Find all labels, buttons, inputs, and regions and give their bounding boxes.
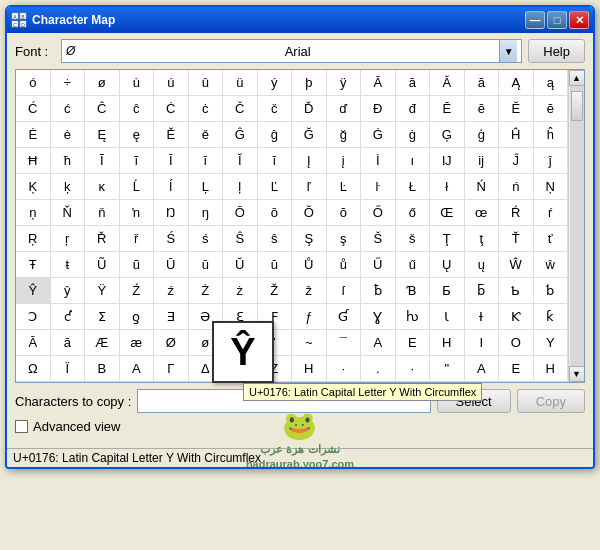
scroll-track[interactable] [570, 86, 584, 366]
char-cell[interactable]: Ď [292, 96, 327, 122]
scrollbar[interactable]: ▲ ▼ [568, 70, 584, 382]
char-cell[interactable]: Ž [258, 278, 293, 304]
char-cell[interactable]: Ŷ [16, 278, 51, 304]
char-cell[interactable]: ľ [292, 174, 327, 200]
char-cell[interactable]: Ę [85, 122, 120, 148]
char-cell[interactable]: ƒ [292, 304, 327, 330]
char-cell[interactable]: Ƅ [499, 278, 534, 304]
char-cell[interactable]: ā [51, 330, 86, 356]
char-cell[interactable]: Đ [361, 96, 396, 122]
char-cell[interactable]: ĭ [258, 148, 293, 174]
font-dropdown-arrow[interactable]: ▼ [499, 40, 517, 62]
char-cell[interactable]: ķ [51, 174, 86, 200]
char-cell[interactable]: ň [85, 200, 120, 226]
char-cell[interactable]: Ģ [430, 122, 465, 148]
char-cell[interactable]: Ű [361, 252, 396, 278]
char-cell[interactable]: Ī [154, 148, 189, 174]
char-cell[interactable]: Ŭ [223, 252, 258, 278]
char-cell[interactable]: Ļ [189, 174, 224, 200]
char-cell[interactable]: ſ [327, 278, 362, 304]
char-cell[interactable]: ħ [51, 148, 86, 174]
minimize-button[interactable]: — [525, 11, 545, 29]
char-cell[interactable]: ě [189, 122, 224, 148]
char-cell[interactable]: ũ [120, 252, 155, 278]
char-cell[interactable]: Ĭ [223, 148, 258, 174]
close-button[interactable]: ✕ [569, 11, 589, 29]
char-cell[interactable]: į [327, 148, 362, 174]
char-cell[interactable]: Ğ [292, 122, 327, 148]
char-cell[interactable]: ĝ [258, 122, 293, 148]
char-cell[interactable]: ō [258, 200, 293, 226]
char-cell[interactable]: ď [327, 96, 362, 122]
char-cell[interactable]: ÷ [51, 70, 86, 96]
char-cell[interactable]: Ā [361, 70, 396, 96]
char-cell[interactable]: Ő [361, 200, 396, 226]
char-cell[interactable]: Ĩ [85, 148, 120, 174]
char-cell[interactable]: ƅ [534, 278, 569, 304]
char-cell[interactable]: Ɠ [327, 304, 362, 330]
char-cell[interactable]: Ĝ [223, 122, 258, 148]
char-cell[interactable]: A [361, 330, 396, 356]
char-cell[interactable]: ~ [292, 330, 327, 356]
char-cell[interactable]: œ [465, 200, 500, 226]
char-cell[interactable]: ą [534, 70, 569, 96]
char-cell[interactable]: ŝ [258, 226, 293, 252]
char-cell[interactable]: Ň [51, 200, 86, 226]
char-cell[interactable]: ĺ [154, 174, 189, 200]
char-cell[interactable]: Ŧ [16, 252, 51, 278]
char-cell[interactable]: ó [16, 70, 51, 96]
char-cell[interactable]: " [430, 356, 465, 382]
char-cell[interactable]: ž [292, 278, 327, 304]
char-cell[interactable]: Γ [154, 356, 189, 382]
char-cell[interactable]: ĉ [120, 96, 155, 122]
help-button[interactable]: Help [528, 39, 585, 63]
char-cell[interactable]: Ɨ [465, 304, 500, 330]
char-cell[interactable]: ź [154, 278, 189, 304]
char-cell[interactable]: ĳ [465, 148, 500, 174]
char-cell[interactable]: Ŏ [292, 200, 327, 226]
char-cell[interactable]: ÿ [327, 70, 362, 96]
char-cell[interactable]: ù [120, 70, 155, 96]
char-cell[interactable]: Ƙ [499, 304, 534, 330]
char-cell[interactable]: ę [120, 122, 155, 148]
char-cell[interactable]: A [465, 356, 500, 382]
char-cell[interactable]: Ŀ [327, 174, 362, 200]
maximize-button[interactable]: □ [547, 11, 567, 29]
char-cell[interactable]: Ŝ [223, 226, 258, 252]
char-cell[interactable]: ń [499, 174, 534, 200]
char-cell[interactable]: Ũ [85, 252, 120, 278]
char-cell[interactable]: Ǝ [154, 304, 189, 330]
char-cell[interactable]: ċ [189, 96, 224, 122]
scroll-down-arrow[interactable]: ▼ [569, 366, 585, 382]
char-cell[interactable]: Ŗ [16, 226, 51, 252]
char-cell[interactable]: ć [51, 96, 86, 122]
char-cell[interactable]: ŗ [51, 226, 86, 252]
char-cell[interactable]: ĸ [85, 174, 120, 200]
char-cell[interactable]: Ş [292, 226, 327, 252]
char-cell[interactable]: ē [465, 96, 500, 122]
char-cell[interactable]: · [327, 356, 362, 382]
char-cell[interactable]: Ɓ [396, 278, 431, 304]
char-cell[interactable]: ū [189, 252, 224, 278]
advanced-view-checkbox[interactable] [15, 420, 28, 433]
char-cell[interactable]: Ġ [361, 122, 396, 148]
char-cell[interactable]: Į [292, 148, 327, 174]
char-cell[interactable]: Ħ [16, 148, 51, 174]
char-cell[interactable]: ż [223, 278, 258, 304]
char-cell[interactable]: ī [189, 148, 224, 174]
char-cell[interactable]: ƙ [534, 304, 569, 330]
char-cell[interactable]: . [361, 356, 396, 382]
char-cell[interactable]: ü [223, 70, 258, 96]
char-cell[interactable]: ú [154, 70, 189, 96]
char-cell[interactable]: Ā [16, 330, 51, 356]
char-cell[interactable]: Ţ [430, 226, 465, 252]
char-cell[interactable]: æ [120, 330, 155, 356]
char-cell[interactable]: B [85, 356, 120, 382]
char-cell[interactable]: ĵ [534, 148, 569, 174]
char-cell[interactable]: û [189, 70, 224, 96]
char-cell[interactable]: þ [292, 70, 327, 96]
char-cell[interactable]: ğ [327, 122, 362, 148]
char-cell[interactable]: Ą [499, 70, 534, 96]
char-cell[interactable]: Ż [189, 278, 224, 304]
char-cell[interactable]: ť [534, 226, 569, 252]
